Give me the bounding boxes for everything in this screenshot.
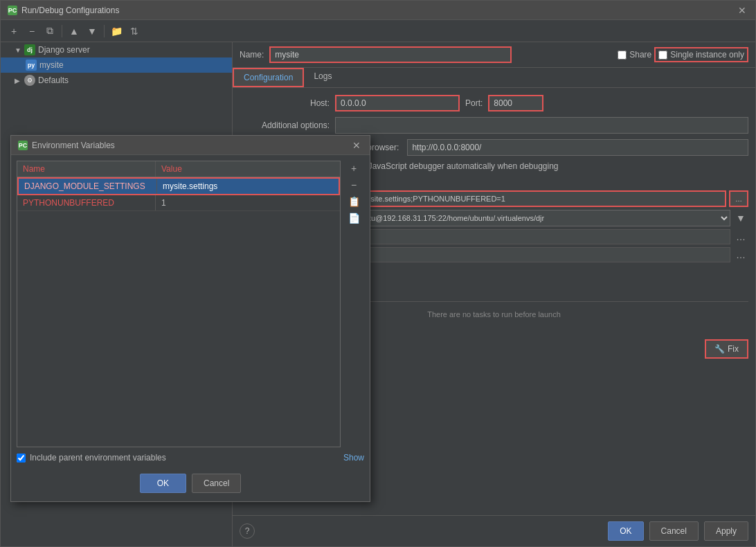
env-cell-django-name: DJANGO_MODULE_SETTINGS — [19, 179, 157, 194]
tab-configuration[interactable]: Configuration — [233, 68, 304, 87]
env-table: Name Value DJANGO_MODULE_SETTINGS mysite… — [17, 161, 341, 447]
app-icon: PC — [8, 6, 17, 15]
django-icon: dj — [24, 44, 35, 55]
env-row-python[interactable]: PYTHONUNBUFFERED 1 — [17, 195, 340, 211]
port-input[interactable] — [488, 95, 543, 111]
single-instance-checkbox[interactable] — [658, 51, 667, 60]
copy-button[interactable]: ⧉ — [42, 24, 57, 39]
env-dialog-icon: PC — [18, 141, 28, 150]
tree-item-mysite[interactable]: py mysite — [1, 57, 232, 73]
additional-options-input[interactable] — [335, 117, 748, 134]
env-footer: Include parent environment variables Sho… — [17, 447, 364, 468]
tree-arrow-django: ▼ — [15, 46, 21, 54]
tree-item-django-server[interactable]: ▼ dj Django server — [1, 42, 232, 57]
fix-icon: 🔧 — [714, 344, 725, 354]
name-label: Name: — [240, 50, 264, 60]
port-label: Port: — [465, 98, 483, 108]
bottom-buttons: ? OK Cancel Apply — [233, 515, 755, 546]
env-row-django[interactable]: DJANGO_MODULE_SETTINGS mysite.settings — [17, 177, 340, 195]
single-instance-area: Single instance only — [654, 47, 748, 62]
django-server-label: Django server — [38, 45, 90, 55]
interpreter-expand-btn[interactable]: ▼ — [733, 210, 748, 226]
share-area: Share Single instance only — [618, 47, 748, 62]
env-dialog-buttons: OK Cancel — [17, 468, 364, 496]
sort-button[interactable]: ⇅ — [127, 24, 142, 39]
host-label: Host: — [240, 98, 330, 108]
close-button[interactable]: ✕ — [736, 4, 748, 17]
additional-options-label: Additional options: — [240, 120, 330, 130]
env-cell-python-name: PYTHONUNBUFFERED — [17, 195, 156, 210]
env-include-row: Include parent environment variables Sho… — [17, 453, 364, 463]
fix-label: Fix — [728, 344, 739, 354]
move-up-button[interactable]: ▲ — [66, 24, 82, 39]
mysite-icon: py — [26, 60, 37, 71]
add-button[interactable]: + — [6, 24, 21, 39]
env-ok-button[interactable]: OK — [140, 474, 186, 493]
env-cancel-button[interactable]: Cancel — [192, 474, 241, 493]
name-row: Name: Share Single instance only — [233, 42, 755, 68]
move-down-button[interactable]: ▼ — [84, 24, 100, 39]
toolbar-separator-1 — [62, 25, 62, 37]
host-input[interactable] — [335, 95, 460, 111]
fix-button[interactable]: 🔧 Fix — [705, 339, 748, 359]
env-table-area: Name Value DJANGO_MODULE_SETTINGS mysite… — [17, 161, 364, 447]
title-bar: PC Run/Debug Configurations ✕ — [1, 1, 755, 20]
tree-item-defaults[interactable]: ▶ ⚙ Defaults — [1, 73, 232, 88]
apply-button[interactable]: Apply — [704, 521, 748, 541]
cancel-button[interactable]: Cancel — [649, 521, 699, 541]
env-remove-btn[interactable]: − — [346, 177, 361, 192]
env-dialog-title-bar: PC Environment Variables ✕ — [11, 136, 370, 155]
defaults-icon: ⚙ — [24, 75, 35, 86]
env-table-body: DJANGO_MODULE_SETTINGS mysite.settings P… — [17, 177, 340, 447]
env-cell-python-value: 1 — [156, 195, 340, 210]
tab-logs[interactable]: Logs — [304, 68, 341, 87]
header-name: Name — [17, 161, 156, 177]
js-debugger-label: Start JavaScript debugger automatically … — [348, 161, 559, 171]
include-parent-checkbox[interactable] — [17, 454, 26, 463]
dialog-title: Run/Debug Configurations — [21, 6, 119, 15]
mysite-label: mysite — [39, 60, 64, 70]
defaults-label: Defaults — [38, 75, 69, 85]
env-variables-dialog: PC Environment Variables ✕ Name Value DJ… — [10, 135, 370, 502]
env-dialog-body: Name Value DJANGO_MODULE_SETTINGS mysite… — [11, 155, 370, 501]
tabs-row: Configuration Logs — [233, 68, 755, 88]
include-left: Include parent environment variables — [17, 453, 166, 463]
additional-options-row: Additional options: — [240, 117, 748, 134]
section-btn-1[interactable]: … — [733, 229, 748, 244]
env-table-header: Name Value — [17, 161, 340, 177]
folder-button[interactable]: 📁 — [109, 24, 124, 39]
share-label: Share — [629, 50, 651, 60]
toolbar: + − ⧉ ▲ ▼ 📁 ⇅ — [1, 20, 755, 42]
help-button[interactable]: ? — [240, 523, 255, 539]
single-instance-text: Single instance only — [670, 50, 744, 60]
env-copy-btn[interactable]: 📋 — [346, 194, 361, 209]
env-add-btn[interactable]: + — [346, 161, 361, 176]
header-value: Value — [156, 161, 340, 177]
env-cell-django-value: mysite.settings — [157, 179, 339, 194]
host-port-row: Host: Port: — [240, 95, 748, 111]
remove-button[interactable]: − — [24, 24, 39, 39]
share-checkbox[interactable] — [618, 51, 627, 60]
show-link[interactable]: Show — [343, 453, 364, 463]
env-dots-button[interactable]: … — [729, 190, 748, 207]
run-browser-input[interactable] — [407, 139, 748, 156]
include-parent-label: Include parent environment variables — [30, 453, 166, 463]
env-dialog-title-text: Environment Variables — [32, 141, 115, 150]
env-side-buttons: + − 📋 📄 — [343, 161, 364, 447]
toolbar-separator-2 — [104, 25, 105, 37]
ok-button[interactable]: OK — [608, 521, 643, 541]
tree-arrow-defaults: ▶ — [15, 77, 21, 84]
single-instance-label[interactable]: Single instance only — [658, 50, 744, 60]
env-dialog-close[interactable]: ✕ — [350, 139, 363, 152]
name-input[interactable] — [269, 46, 512, 63]
section-btn-2[interactable]: … — [733, 247, 748, 262]
env-paste-btn[interactable]: 📄 — [346, 210, 361, 226]
share-checkbox-label[interactable]: Share — [618, 50, 651, 60]
